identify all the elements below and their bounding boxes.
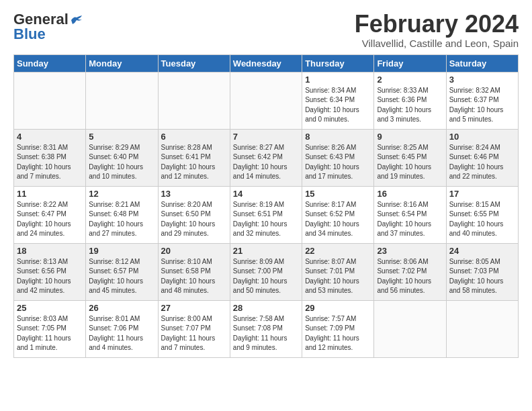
day-number: 10 (449, 132, 515, 142)
table-row (158, 72, 230, 129)
day-info: Sunrise: 8:05 AM Sunset: 7:03 PM Dayligh… (449, 257, 515, 296)
logo-blue: Blue (13, 26, 46, 43)
table-row: 25Sunrise: 8:03 AM Sunset: 7:05 PM Dayli… (14, 300, 86, 357)
day-number: 11 (17, 189, 83, 199)
calendar-week-row: 4Sunrise: 8:31 AM Sunset: 6:38 PM Daylig… (14, 129, 519, 186)
day-info: Sunrise: 8:01 AM Sunset: 7:06 PM Dayligh… (89, 314, 154, 353)
day-info: Sunrise: 8:07 AM Sunset: 7:01 PM Dayligh… (305, 257, 371, 296)
day-info: Sunrise: 7:58 AM Sunset: 7:08 PM Dayligh… (233, 314, 299, 353)
table-row (446, 300, 518, 357)
day-number: 6 (161, 132, 227, 142)
day-info: Sunrise: 8:32 AM Sunset: 6:37 PM Dayligh… (449, 86, 515, 125)
day-info: Sunrise: 8:10 AM Sunset: 6:58 PM Dayligh… (161, 257, 227, 296)
day-number: 18 (17, 246, 83, 256)
day-info: Sunrise: 8:29 AM Sunset: 6:40 PM Dayligh… (89, 143, 154, 182)
day-number: 7 (233, 132, 299, 142)
day-number: 24 (449, 246, 515, 256)
calendar-week-row: 11Sunrise: 8:22 AM Sunset: 6:47 PM Dayli… (14, 186, 519, 243)
table-row (230, 72, 302, 129)
day-number: 23 (377, 246, 443, 256)
logo-bird-icon (70, 15, 83, 26)
table-row: 1Sunrise: 8:34 AM Sunset: 6:34 PM Daylig… (302, 72, 374, 129)
day-info: Sunrise: 7:57 AM Sunset: 7:09 PM Dayligh… (305, 314, 371, 353)
table-row: 9Sunrise: 8:25 AM Sunset: 6:45 PM Daylig… (374, 129, 446, 186)
day-info: Sunrise: 8:31 AM Sunset: 6:38 PM Dayligh… (17, 143, 83, 182)
table-row: 27Sunrise: 8:00 AM Sunset: 7:07 PM Dayli… (158, 300, 230, 357)
day-info: Sunrise: 8:15 AM Sunset: 6:55 PM Dayligh… (449, 200, 515, 239)
table-row: 6Sunrise: 8:28 AM Sunset: 6:41 PM Daylig… (158, 129, 230, 186)
day-number: 28 (233, 303, 299, 313)
day-number: 9 (377, 132, 443, 142)
table-row: 10Sunrise: 8:24 AM Sunset: 6:46 PM Dayli… (446, 129, 518, 186)
day-info: Sunrise: 8:17 AM Sunset: 6:52 PM Dayligh… (305, 200, 371, 239)
calendar-header-row: Sunday Monday Tuesday Wednesday Thursday… (14, 54, 519, 72)
day-number: 8 (305, 132, 371, 142)
table-row: 4Sunrise: 8:31 AM Sunset: 6:38 PM Daylig… (14, 129, 86, 186)
table-row: 28Sunrise: 7:58 AM Sunset: 7:08 PM Dayli… (230, 300, 302, 357)
header: General Blue February 2024 Villavellid, … (13, 11, 519, 49)
month-title: February 2024 (355, 11, 519, 38)
day-info: Sunrise: 8:03 AM Sunset: 7:05 PM Dayligh… (17, 314, 83, 353)
day-info: Sunrise: 8:24 AM Sunset: 6:46 PM Dayligh… (449, 143, 515, 182)
day-number: 29 (305, 303, 371, 313)
day-number: 13 (161, 189, 227, 199)
table-row: 12Sunrise: 8:21 AM Sunset: 6:48 PM Dayli… (86, 186, 158, 243)
table-row: 19Sunrise: 8:12 AM Sunset: 6:57 PM Dayli… (86, 243, 158, 300)
table-row: 11Sunrise: 8:22 AM Sunset: 6:47 PM Dayli… (14, 186, 86, 243)
table-row: 16Sunrise: 8:16 AM Sunset: 6:54 PM Dayli… (374, 186, 446, 243)
day-info: Sunrise: 8:16 AM Sunset: 6:54 PM Dayligh… (377, 200, 443, 239)
col-friday: Friday (374, 54, 446, 72)
col-saturday: Saturday (446, 54, 518, 72)
day-number: 3 (449, 75, 515, 85)
day-number: 15 (305, 189, 371, 199)
calendar-table: Sunday Monday Tuesday Wednesday Thursday… (13, 54, 519, 358)
table-row: 22Sunrise: 8:07 AM Sunset: 7:01 PM Dayli… (302, 243, 374, 300)
col-thursday: Thursday (302, 54, 374, 72)
day-info: Sunrise: 8:27 AM Sunset: 6:42 PM Dayligh… (233, 143, 299, 182)
table-row: 26Sunrise: 8:01 AM Sunset: 7:06 PM Dayli… (86, 300, 158, 357)
day-info: Sunrise: 8:28 AM Sunset: 6:41 PM Dayligh… (161, 143, 227, 182)
day-info: Sunrise: 8:19 AM Sunset: 6:51 PM Dayligh… (233, 200, 299, 239)
calendar-body: 1Sunrise: 8:34 AM Sunset: 6:34 PM Daylig… (14, 72, 519, 357)
day-info: Sunrise: 8:34 AM Sunset: 6:34 PM Dayligh… (305, 86, 371, 125)
day-info: Sunrise: 8:20 AM Sunset: 6:50 PM Dayligh… (161, 200, 227, 239)
col-monday: Monday (86, 54, 158, 72)
day-info: Sunrise: 8:22 AM Sunset: 6:47 PM Dayligh… (17, 200, 83, 239)
table-row: 18Sunrise: 8:13 AM Sunset: 6:56 PM Dayli… (14, 243, 86, 300)
table-row (374, 300, 446, 357)
table-row: 8Sunrise: 8:26 AM Sunset: 6:43 PM Daylig… (302, 129, 374, 186)
day-number: 2 (377, 75, 443, 85)
day-number: 21 (233, 246, 299, 256)
day-info: Sunrise: 8:21 AM Sunset: 6:48 PM Dayligh… (89, 200, 154, 239)
col-sunday: Sunday (14, 54, 86, 72)
calendar-week-row: 25Sunrise: 8:03 AM Sunset: 7:05 PM Dayli… (14, 300, 519, 357)
day-number: 4 (17, 132, 83, 142)
col-wednesday: Wednesday (230, 54, 302, 72)
calendar-week-row: 18Sunrise: 8:13 AM Sunset: 6:56 PM Dayli… (14, 243, 519, 300)
day-info: Sunrise: 8:25 AM Sunset: 6:45 PM Dayligh… (377, 143, 443, 182)
calendar-week-row: 1Sunrise: 8:34 AM Sunset: 6:34 PM Daylig… (14, 72, 519, 129)
table-row: 29Sunrise: 7:57 AM Sunset: 7:09 PM Dayli… (302, 300, 374, 357)
day-number: 17 (449, 189, 515, 199)
day-info: Sunrise: 8:13 AM Sunset: 6:56 PM Dayligh… (17, 257, 83, 296)
title-area: February 2024 Villavellid, Castille and … (355, 11, 519, 49)
table-row: 2Sunrise: 8:33 AM Sunset: 6:36 PM Daylig… (374, 72, 446, 129)
day-number: 26 (89, 303, 154, 313)
page: General Blue February 2024 Villavellid, … (0, 0, 532, 365)
day-number: 27 (161, 303, 227, 313)
table-row (14, 72, 86, 129)
col-tuesday: Tuesday (158, 54, 230, 72)
day-number: 14 (233, 189, 299, 199)
day-number: 12 (89, 189, 154, 199)
day-info: Sunrise: 8:06 AM Sunset: 7:02 PM Dayligh… (377, 257, 443, 296)
day-number: 25 (17, 303, 83, 313)
table-row: 24Sunrise: 8:05 AM Sunset: 7:03 PM Dayli… (446, 243, 518, 300)
day-number: 5 (89, 132, 154, 142)
day-number: 19 (89, 246, 154, 256)
table-row: 21Sunrise: 8:09 AM Sunset: 7:00 PM Dayli… (230, 243, 302, 300)
location-subtitle: Villavellid, Castille and Leon, Spain (355, 38, 519, 49)
day-info: Sunrise: 8:09 AM Sunset: 7:00 PM Dayligh… (233, 257, 299, 296)
day-info: Sunrise: 8:00 AM Sunset: 7:07 PM Dayligh… (161, 314, 227, 353)
table-row: 7Sunrise: 8:27 AM Sunset: 6:42 PM Daylig… (230, 129, 302, 186)
day-info: Sunrise: 8:26 AM Sunset: 6:43 PM Dayligh… (305, 143, 371, 182)
